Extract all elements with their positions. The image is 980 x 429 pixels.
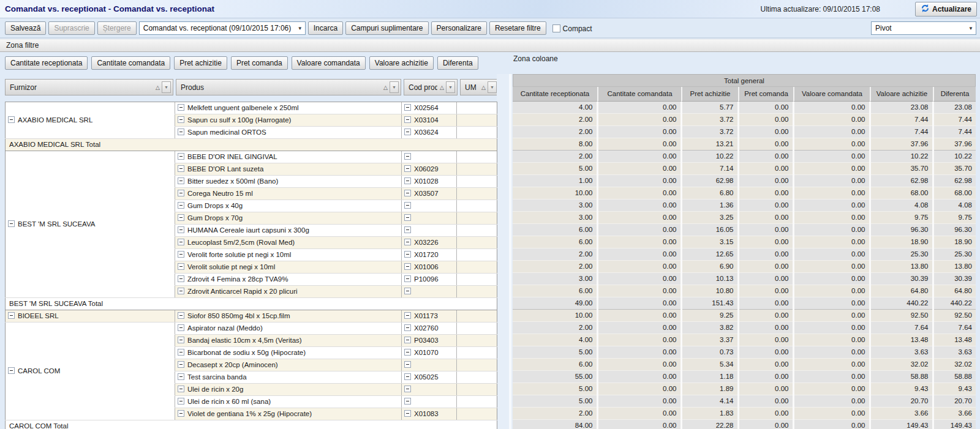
supplier-cell[interactable]: CAROL COM (6, 323, 175, 420)
product-code-cell[interactable]: X02760 (402, 323, 457, 335)
collapse-icon[interactable] (404, 153, 411, 160)
collapse-icon[interactable] (8, 220, 15, 227)
product-cell[interactable]: Gum Drops x 70g (175, 212, 402, 225)
product-code-cell[interactable]: X03507 (402, 188, 457, 200)
collapse-icon[interactable] (178, 263, 184, 270)
collapse-icon[interactable] (404, 373, 411, 380)
product-cell[interactable]: Verolit forte solutie pt negi x 10ml (175, 249, 402, 261)
product-code-cell[interactable]: P03403 (402, 335, 457, 347)
product-cell[interactable]: Bicarbonat de sodiu x 50g (Hipocrate) (175, 347, 402, 359)
collapse-icon[interactable] (404, 226, 411, 233)
supplier-cell[interactable]: AXABIO MEDICAL SRL (6, 102, 175, 139)
collapse-icon[interactable] (178, 129, 184, 135)
collapse-icon[interactable] (8, 367, 15, 374)
product-code-cell[interactable] (402, 151, 457, 163)
filter-field-chip[interactable]: Valoare achizitie (369, 56, 434, 70)
collapse-icon[interactable] (178, 190, 184, 196)
filter-dropdown-button[interactable]: ▼ (390, 81, 399, 93)
product-cell[interactable]: Bitter suedez x 500ml (Bano) (175, 176, 402, 188)
collapse-icon[interactable] (178, 239, 184, 245)
product-cell[interactable]: Sapun medicinal ORTOS (175, 127, 402, 139)
collapse-icon[interactable] (404, 165, 411, 172)
compact-checkbox[interactable] (552, 24, 560, 32)
product-cell[interactable]: Test sarcina banda (175, 371, 402, 384)
refresh-button[interactable]: Actualizare (915, 2, 977, 17)
product-code-cell[interactable]: X03624 (402, 127, 457, 139)
collapse-icon[interactable] (178, 104, 184, 111)
filter-field-chip[interactable]: Cantitate comandata (91, 56, 170, 70)
overwrite-button[interactable]: Suprascrie (48, 21, 94, 35)
value-column-header[interactable]: Diferenta (933, 87, 976, 102)
collapse-icon[interactable] (178, 165, 184, 172)
collapse-icon[interactable] (178, 349, 184, 356)
collapse-icon[interactable] (404, 324, 411, 331)
product-code-cell[interactable]: X01006 (402, 261, 457, 274)
collapse-icon[interactable] (404, 177, 411, 184)
extra-fields-button[interactable]: Campuri suplimentare (345, 21, 428, 35)
product-code-cell[interactable] (402, 225, 457, 237)
save-button[interactable]: Salvează (5, 21, 46, 35)
collapse-icon[interactable] (404, 361, 411, 368)
product-cell[interactable]: Leucoplast 5m/2,5cm (Roval Med) (175, 237, 402, 249)
personalize-button[interactable]: Personalizare (431, 21, 487, 35)
collapse-icon[interactable] (178, 324, 184, 331)
filter-field-chip[interactable]: Cantitate receptionata (5, 56, 88, 70)
filter-dropdown-button[interactable]: ▼ (446, 81, 455, 93)
collapse-icon[interactable] (178, 275, 184, 282)
collapse-icon[interactable] (8, 312, 15, 319)
product-cell[interactable]: Siofor 850 850mg 4bl x 15cp.film (175, 310, 402, 323)
product-cell[interactable]: Aspirator nazal (Meddo) (175, 323, 402, 335)
row-field-header-produs[interactable]: Produs△▼ (176, 79, 401, 95)
product-cell[interactable]: Ulei de ricin x 60 ml (sana) (175, 396, 402, 408)
delete-button[interactable]: Ștergere (97, 21, 137, 35)
product-cell[interactable]: Gum Drops x 40g (175, 200, 402, 212)
product-cell[interactable]: HUMANA Cereale iaurt capsuni x 300g (175, 225, 402, 237)
collapse-icon[interactable] (178, 361, 184, 368)
collapse-icon[interactable] (178, 153, 184, 160)
collapse-icon[interactable] (404, 288, 411, 294)
product-code-cell[interactable] (402, 286, 457, 298)
collapse-icon[interactable] (404, 386, 411, 392)
value-column-header[interactable]: Pret achizitie (681, 87, 738, 102)
product-cell[interactable]: Zdrovit Anticarcel Rapid x 20 plicuri (175, 286, 402, 298)
collapse-icon[interactable] (404, 104, 411, 111)
collapse-icon[interactable] (8, 116, 15, 123)
product-cell[interactable]: BEBE D'OR Lant suzeta (175, 163, 402, 176)
product-code-cell[interactable]: X01070 (402, 347, 457, 359)
row-field-header-furnizor[interactable]: Furnizor△▼ (5, 79, 173, 95)
collapse-icon[interactable] (404, 214, 411, 221)
filter-field-chip[interactable]: Pret comanda (231, 56, 288, 70)
product-code-cell[interactable] (402, 384, 457, 396)
collapse-icon[interactable] (178, 177, 184, 184)
product-code-cell[interactable]: X05025 (402, 371, 457, 384)
collapse-icon[interactable] (178, 116, 184, 123)
value-column-header[interactable]: Pret comanda (738, 87, 793, 102)
collapse-icon[interactable] (404, 239, 411, 245)
product-code-cell[interactable] (402, 396, 457, 408)
collapse-icon[interactable] (404, 116, 411, 123)
collapse-icon[interactable] (404, 312, 411, 319)
filter-dropdown-button[interactable]: ▼ (162, 81, 171, 93)
collapse-icon[interactable] (178, 312, 184, 319)
collapse-icon[interactable] (404, 349, 411, 356)
product-cell[interactable]: Ulei de ricin x 20g (175, 384, 402, 396)
collapse-icon[interactable] (178, 214, 184, 221)
product-cell[interactable]: Sapun cu sulf x 100g (Harrogate) (175, 114, 402, 127)
collapse-icon[interactable] (178, 288, 184, 294)
report-select[interactable]: Comandat vs. receptionat (09/10/2015 17:… (139, 21, 306, 35)
filter-dropdown-button[interactable]: ▼ (488, 81, 497, 93)
product-cell[interactable]: Zdrovit 4 Femina x 28cp TVA9% (175, 274, 402, 286)
supplier-cell[interactable]: BIOEEL SRL (6, 310, 175, 323)
product-cell[interactable]: Bandaj elastic 10cm x 4,5m (Veritas) (175, 335, 402, 347)
product-cell[interactable]: Corega Neutro 15 ml (175, 188, 402, 200)
value-column-header[interactable]: Valoare achizitie (870, 87, 933, 102)
product-code-cell[interactable]: X03226 (402, 237, 457, 249)
collapse-icon[interactable] (178, 337, 184, 343)
collapse-icon[interactable] (178, 386, 184, 392)
product-cell[interactable]: Melkfett unguent galbenele x 250ml (175, 102, 402, 114)
product-code-cell[interactable]: X01720 (402, 249, 457, 261)
reset-filters-button[interactable]: Resetare filtre (489, 21, 546, 35)
row-field-header-um[interactable]: UM△▼ (460, 79, 499, 95)
filter-field-chip[interactable]: Pret achizitie (174, 56, 227, 70)
row-field-header-cod-produs[interactable]: Cod produs△▼ (404, 79, 458, 95)
